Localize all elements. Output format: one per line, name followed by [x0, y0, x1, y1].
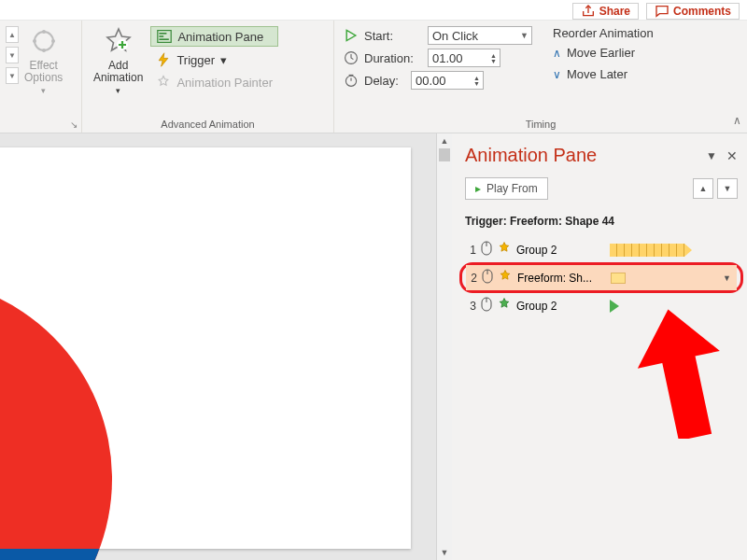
move-earlier-label: Move Earlier [567, 46, 635, 60]
trigger-header: Trigger: Freeform: Shape 44 [465, 209, 738, 228]
add-animation-button[interactable]: AddAnimation ▾ [88, 24, 148, 97]
gallery-down[interactable]: ▼ [6, 47, 19, 63]
group-label-advanced: Advanced Animation [88, 119, 328, 132]
svg-point-1 [42, 30, 46, 34]
svg-point-0 [35, 32, 53, 50]
duration-spinner[interactable]: 01.00 ▲▼ [428, 49, 500, 67]
chevron-down-icon: ∨ [553, 68, 561, 81]
close-icon[interactable]: ✕ [726, 148, 738, 163]
ribbon: ▲ ▼ ▼ EffectOptions ▾ ↘ AddAnimation [0, 20, 747, 133]
freeform-shape[interactable] [0, 278, 112, 560]
animation-pane: Animation Pane ▼ ✕ ▸ Play From ▲ ▼ Trigg… [452, 133, 747, 560]
item-label: Group 2 [516, 300, 605, 313]
svg-point-4 [51, 39, 55, 43]
clock-icon [344, 50, 359, 65]
chevron-up-icon: ∧ [553, 47, 561, 60]
effect-options-label: EffectOptions [24, 60, 63, 84]
animation-list: 1 Group 2 2 Freeform: Sh... ▼ [465, 237, 738, 318]
reorder-title: Reorder Animation [553, 26, 654, 40]
pane-options-button[interactable]: ▼ [706, 149, 717, 162]
vertical-scrollbar[interactable]: ▲ ▼ [436, 133, 452, 560]
scroll-down-icon[interactable]: ▼ [437, 545, 452, 560]
scroll-thumb[interactable] [439, 148, 450, 161]
slide-area[interactable] [0, 133, 436, 560]
play-from-label: Play From [486, 182, 538, 195]
delay-spinner[interactable]: 00.00 ▲▼ [411, 71, 484, 90]
clock-delay-icon [344, 73, 359, 88]
slide-canvas[interactable] [0, 147, 411, 549]
item-number: 2 [468, 272, 477, 285]
move-later-label: Move Later [567, 67, 627, 81]
svg-point-3 [33, 39, 36, 43]
animation-painter-label: Animation Painter [176, 76, 273, 90]
spin-down-icon[interactable]: ▼ [490, 59, 497, 63]
start-select[interactable]: On Click ▼ [428, 26, 532, 45]
item-number: 1 [467, 244, 476, 257]
scroll-up-icon[interactable]: ▲ [437, 133, 452, 148]
svg-rect-7 [160, 33, 167, 35]
chevron-down-icon: ▾ [220, 53, 227, 67]
move-later-button[interactable]: ∨ Move Later [553, 65, 654, 83]
spin-up-icon[interactable]: ▲ [473, 76, 480, 80]
delay-label: Delay: [364, 74, 405, 88]
emphasis-star-icon [498, 269, 513, 287]
mouse-icon [481, 241, 492, 259]
play-from-button[interactable]: ▸ Play From [465, 177, 548, 200]
move-earlier-button[interactable]: ∧ Move Earlier [553, 44, 654, 62]
move-down-button[interactable]: ▼ [717, 178, 738, 199]
comment-icon [655, 4, 669, 19]
gallery-up[interactable]: ▲ [6, 26, 19, 43]
share-icon [581, 4, 596, 19]
delay-value: 00.00 [416, 74, 446, 88]
item-number: 3 [467, 300, 476, 313]
chevron-down-icon: ▼ [520, 31, 529, 40]
add-animation-label: AddAnimation [93, 60, 143, 84]
comments-button[interactable]: Comments [646, 3, 740, 20]
start-label: Start: [364, 29, 422, 43]
svg-rect-9 [160, 38, 169, 40]
mouse-icon [481, 297, 492, 315]
entrance-star-icon [497, 297, 512, 315]
timing-bar[interactable] [610, 244, 692, 257]
comments-label: Comments [673, 5, 731, 18]
animation-painter-button: Animation Painter [150, 73, 278, 91]
highlight-outline: 2 Freeform: Sh... ▼ [459, 262, 743, 293]
animation-pane-icon [157, 29, 172, 44]
animation-item-1[interactable]: 1 Group 2 [465, 237, 738, 262]
lightning-icon [156, 52, 171, 67]
trigger-button[interactable]: Trigger ▾ [150, 50, 278, 69]
pane-title: Animation Pane [465, 145, 597, 166]
group-label-timing: Timing [340, 119, 741, 132]
svg-point-11 [345, 76, 356, 86]
gallery-more[interactable]: ▼ [6, 67, 19, 84]
dialog-launcher-icon[interactable]: ↘ [70, 119, 78, 130]
emphasis-star-icon [497, 241, 512, 259]
effect-options-button: EffectOptions ▾ [19, 24, 68, 97]
workspace: ▲ ▼ Animation Pane ▼ ✕ ▸ Play From ▲ ▼ T… [0, 133, 747, 560]
timing-bar[interactable] [610, 300, 619, 313]
animation-item-3[interactable]: 3 Group 2 [465, 293, 738, 318]
animation-item-2-selected[interactable]: 2 Freeform: Sh... ▼ [466, 265, 737, 290]
duration-value: 01.00 [432, 51, 463, 65]
chevron-down-icon: ▾ [116, 86, 120, 95]
spin-down-icon[interactable]: ▼ [473, 81, 480, 86]
trigger-label: Trigger [176, 53, 215, 67]
share-label: Share [599, 5, 630, 18]
move-up-button[interactable]: ▲ [693, 178, 713, 199]
animation-pane-label: Animation Pane [177, 30, 263, 44]
item-dropdown-icon[interactable]: ▼ [723, 273, 735, 283]
svg-point-2 [42, 49, 46, 52]
share-button[interactable]: Share [572, 3, 639, 20]
chevron-down-icon: ▾ [41, 86, 46, 95]
ribbon-collapse-button[interactable]: ∧ [733, 114, 741, 127]
timing-bar[interactable] [611, 273, 626, 284]
play-icon: ▸ [475, 182, 481, 195]
painter-star-icon [156, 75, 171, 90]
effect-options-icon [29, 26, 59, 58]
play-start-icon [344, 28, 359, 43]
duration-label: Duration: [364, 51, 422, 65]
mouse-icon [482, 269, 493, 287]
item-label: Group 2 [516, 244, 605, 257]
spin-up-icon[interactable]: ▲ [490, 53, 497, 58]
animation-pane-button[interactable]: Animation Pane [150, 26, 278, 47]
